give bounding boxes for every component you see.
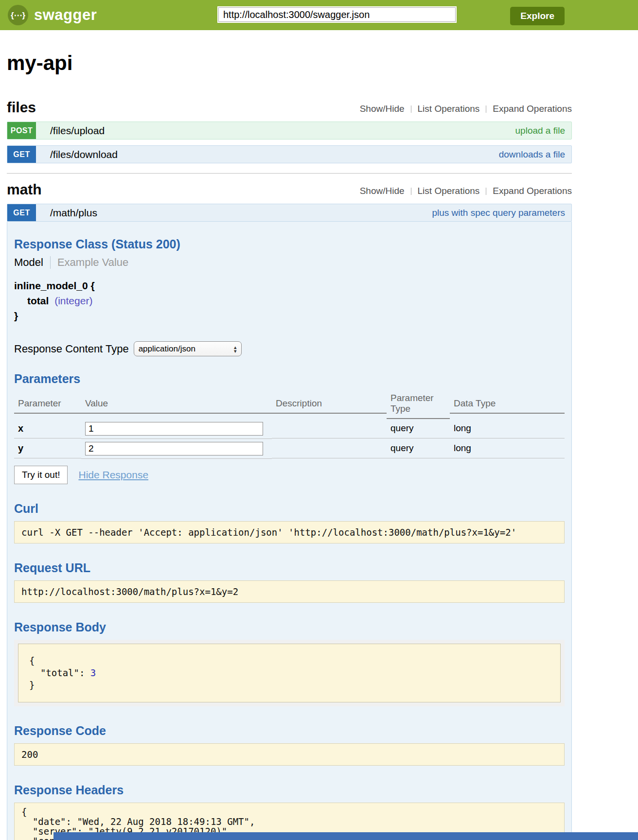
math-section-links: Show/Hide List Operations Expand Operati… (360, 186, 572, 198)
endpoint-summary-math-plus-get[interactable]: plus with spec query parameters (432, 208, 565, 218)
col-description: Description (272, 395, 387, 414)
col-parameter: Parameter (14, 395, 81, 414)
parameter-row-x: x query long (14, 419, 565, 439)
method-badge-post: POST (7, 122, 36, 139)
request-url-value: http://localhost:3000/math/plus?x=1&y=2 (14, 580, 565, 603)
endpoint-summary-files-download[interactable]: downloads a file (499, 149, 565, 160)
col-parameter-type: Parameter Type (387, 390, 450, 419)
endpoint-path-files-upload[interactable]: /files/upload (50, 125, 105, 137)
math-list-operations-link[interactable]: List Operations (418, 186, 480, 196)
swagger-logo: {⋯} swagger (0, 5, 97, 25)
tab-model[interactable]: Model (14, 256, 51, 269)
parameters-table: Parameter Value Description Parameter Ty… (14, 390, 565, 459)
select-arrows-icon: ▴▾ (234, 345, 237, 353)
response-code-value: 200 (14, 743, 565, 766)
top-bar: {⋯} swagger Explore (0, 0, 638, 30)
endpoint-summary-files-upload[interactable]: upload a file (515, 125, 565, 136)
files-show-hide-link[interactable]: Show/Hide (360, 104, 405, 114)
math-section-header: math Show/Hide List Operations Expand Op… (7, 181, 572, 198)
endpoint-row-post-files-upload[interactable]: POST /files/upload upload a file (7, 122, 572, 140)
main-content: my-api files Show/Hide List Operations E… (7, 52, 572, 840)
math-expand-operations-link[interactable]: Expand Operations (493, 186, 572, 196)
parameters-header-row: Parameter Value Description Parameter Ty… (14, 390, 565, 419)
page-title: my-api (7, 52, 572, 75)
response-body-prefix: { "total": (29, 655, 90, 678)
selected-content-type: application/json (139, 344, 195, 354)
model-tabs: Model Example Value (14, 256, 565, 269)
curl-command: curl -X GET --header 'Accept: applicatio… (14, 521, 565, 543)
param-name-y: y (14, 440, 81, 458)
model-property-name: total (27, 295, 49, 306)
method-badge-get: GET (7, 204, 36, 221)
section-divider (7, 173, 572, 174)
col-value: Value (81, 395, 272, 414)
param-x-input[interactable] (85, 422, 263, 436)
link-separator (411, 188, 411, 195)
files-list-operations-link[interactable]: List Operations (418, 104, 480, 114)
spec-url-wrapper (217, 6, 457, 23)
response-class-heading: Response Class (Status 200) (14, 237, 565, 251)
response-body-suffix: } (29, 680, 35, 690)
swagger-logo-icon: {⋯} (8, 5, 28, 25)
param-datatype-y: long (450, 440, 565, 458)
response-body-heading: Response Body (14, 620, 565, 634)
endpoint-path-files-download[interactable]: /files/download (50, 149, 118, 160)
response-body-container: { "total": 3 } (14, 640, 565, 706)
param-value-cell-y (81, 439, 272, 459)
response-content-type-select[interactable]: application/json ▴▾ (134, 341, 242, 356)
param-type-y: query (387, 440, 450, 458)
actions-row: Try it out! Hide Response (14, 466, 565, 484)
hide-response-link[interactable]: Hide Response (78, 469, 148, 481)
param-name-x: x (14, 420, 81, 438)
operation-detail-panel: Response Class (Status 200) Model Exampl… (7, 222, 572, 840)
method-badge-get: GET (7, 146, 36, 163)
section-title-files[interactable]: files (7, 99, 36, 116)
request-url-heading: Request URL (14, 561, 565, 575)
try-it-out-button[interactable]: Try it out! (14, 466, 68, 484)
response-code-heading: Response Code (14, 724, 565, 738)
link-separator (486, 188, 486, 195)
files-section-links: Show/Hide List Operations Expand Operati… (360, 104, 572, 116)
endpoint-row-get-math-plus[interactable]: GET /math/plus plus with spec query para… (7, 204, 572, 222)
response-body-json: { "total": 3 } (18, 644, 561, 702)
files-section-header: files Show/Hide List Operations Expand O… (7, 99, 572, 116)
response-content-type-label: Response Content Type (14, 343, 129, 355)
explore-button[interactable]: Explore (510, 7, 565, 25)
model-property-type: (integer) (54, 295, 92, 306)
model-close-brace: } (14, 310, 565, 322)
response-body-total-value: 3 (90, 667, 96, 678)
bottom-blue-bar (53, 832, 638, 840)
model-open-brace: inline_model_0 { (14, 280, 565, 292)
tab-example-value[interactable]: Example Value (51, 256, 128, 269)
parameter-row-y: y query long (14, 439, 565, 459)
curl-heading: Curl (14, 502, 565, 516)
param-value-cell-x (81, 419, 272, 439)
parameters-heading: Parameters (14, 372, 565, 386)
endpoint-path-math-plus[interactable]: /math/plus (50, 207, 97, 219)
param-description-y (272, 440, 387, 458)
model-signature: inline_model_0 { total (integer) } (14, 280, 565, 322)
response-content-type-row: Response Content Type application/json ▴… (14, 341, 565, 356)
model-property: total (integer) (14, 295, 565, 307)
response-headers-heading: Response Headers (14, 783, 565, 797)
link-separator (411, 105, 411, 113)
param-type-x: query (387, 420, 450, 438)
param-y-input[interactable] (85, 442, 263, 455)
files-expand-operations-link[interactable]: Expand Operations (493, 104, 572, 114)
math-show-hide-link[interactable]: Show/Hide (360, 186, 405, 196)
brand-name: swagger (34, 6, 97, 24)
link-separator (486, 105, 486, 113)
endpoint-row-get-files-download[interactable]: GET /files/download downloads a file (7, 145, 572, 163)
param-datatype-x: long (450, 420, 565, 438)
col-data-type: Data Type (450, 395, 565, 414)
spec-url-input[interactable] (218, 7, 456, 22)
section-title-math[interactable]: math (7, 181, 42, 198)
param-description-x (272, 420, 387, 438)
